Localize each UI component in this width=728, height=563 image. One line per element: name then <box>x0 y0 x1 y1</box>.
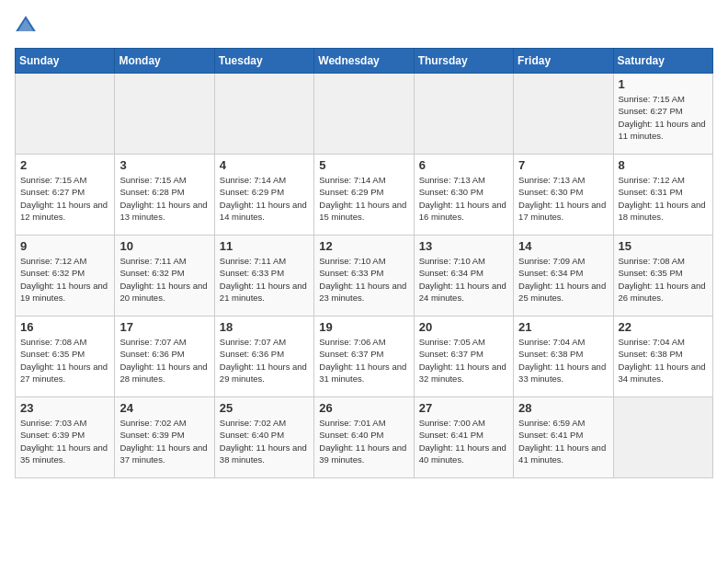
day-number: 11 <box>220 239 309 253</box>
day-number: 23 <box>20 401 109 415</box>
calendar-cell: 24Sunrise: 7:02 AM Sunset: 6:39 PM Dayli… <box>115 397 214 478</box>
day-number: 13 <box>419 239 508 253</box>
day-number: 7 <box>518 158 608 172</box>
calendar-cell: 28Sunrise: 6:59 AM Sunset: 6:41 PM Dayli… <box>514 397 613 478</box>
day-info: Sunrise: 7:08 AM Sunset: 6:35 PM Dayligh… <box>619 255 708 304</box>
day-number: 16 <box>20 320 109 334</box>
calendar-cell: 17Sunrise: 7:07 AM Sunset: 6:36 PM Dayli… <box>115 316 214 397</box>
day-info: Sunrise: 7:10 AM Sunset: 6:34 PM Dayligh… <box>419 255 508 304</box>
week-row-1: 2Sunrise: 7:15 AM Sunset: 6:27 PM Daylig… <box>16 155 713 236</box>
calendar-cell: 15Sunrise: 7:08 AM Sunset: 6:35 PM Dayli… <box>613 236 712 316</box>
day-number: 26 <box>319 401 408 415</box>
week-row-0: 1Sunrise: 7:15 AM Sunset: 6:27 PM Daylig… <box>16 74 713 155</box>
day-number: 12 <box>319 239 408 253</box>
calendar-cell: 13Sunrise: 7:10 AM Sunset: 6:34 PM Dayli… <box>414 236 513 316</box>
calendar-cell <box>514 74 613 155</box>
day-info: Sunrise: 7:04 AM Sunset: 6:38 PM Dayligh… <box>619 336 708 385</box>
day-info: Sunrise: 7:14 AM Sunset: 6:29 PM Dayligh… <box>319 174 408 223</box>
day-number: 10 <box>119 239 209 253</box>
day-info: Sunrise: 7:14 AM Sunset: 6:29 PM Dayligh… <box>220 174 309 223</box>
calendar-cell: 10Sunrise: 7:11 AM Sunset: 6:32 PM Dayli… <box>115 236 214 316</box>
calendar-cell <box>414 74 513 155</box>
calendar-cell: 23Sunrise: 7:03 AM Sunset: 6:39 PM Dayli… <box>16 397 115 478</box>
day-number: 19 <box>319 320 408 334</box>
calendar-cell: 1Sunrise: 7:15 AM Sunset: 6:27 PM Daylig… <box>613 74 712 155</box>
calendar-cell: 12Sunrise: 7:10 AM Sunset: 6:33 PM Dayli… <box>314 236 414 316</box>
calendar-cell: 19Sunrise: 7:06 AM Sunset: 6:37 PM Dayli… <box>314 316 414 397</box>
day-info: Sunrise: 7:13 AM Sunset: 6:30 PM Dayligh… <box>419 174 508 223</box>
day-info: Sunrise: 7:12 AM Sunset: 6:32 PM Dayligh… <box>20 255 109 304</box>
calendar-cell: 20Sunrise: 7:05 AM Sunset: 6:37 PM Dayli… <box>414 316 513 397</box>
header-day-wednesday: Wednesday <box>314 49 414 74</box>
day-number: 3 <box>119 158 209 172</box>
calendar-cell: 3Sunrise: 7:15 AM Sunset: 6:28 PM Daylig… <box>115 155 214 236</box>
header-day-monday: Monday <box>115 49 214 74</box>
day-number: 20 <box>419 320 508 334</box>
day-number: 27 <box>419 401 508 415</box>
calendar-cell <box>16 74 115 155</box>
day-number: 18 <box>220 320 309 334</box>
day-info: Sunrise: 7:00 AM Sunset: 6:41 PM Dayligh… <box>419 417 508 465</box>
day-number: 8 <box>619 158 708 172</box>
logo-icon <box>15 15 37 37</box>
day-info: Sunrise: 6:59 AM Sunset: 6:41 PM Dayligh… <box>518 417 608 465</box>
day-info: Sunrise: 7:03 AM Sunset: 6:39 PM Dayligh… <box>20 417 109 465</box>
day-info: Sunrise: 7:02 AM Sunset: 6:40 PM Dayligh… <box>220 417 309 465</box>
day-info: Sunrise: 7:15 AM Sunset: 6:27 PM Dayligh… <box>20 174 109 223</box>
day-info: Sunrise: 7:07 AM Sunset: 6:36 PM Dayligh… <box>119 336 209 385</box>
day-info: Sunrise: 7:15 AM Sunset: 6:27 PM Dayligh… <box>619 93 708 142</box>
calendar-header: SundayMondayTuesdayWednesdayThursdayFrid… <box>16 49 713 74</box>
calendar-cell: 25Sunrise: 7:02 AM Sunset: 6:40 PM Dayli… <box>214 397 313 478</box>
header-day-friday: Friday <box>514 49 613 74</box>
calendar-cell: 5Sunrise: 7:14 AM Sunset: 6:29 PM Daylig… <box>314 155 414 236</box>
calendar-cell: 14Sunrise: 7:09 AM Sunset: 6:34 PM Dayli… <box>514 236 613 316</box>
day-number: 4 <box>220 158 309 172</box>
calendar-body: 1Sunrise: 7:15 AM Sunset: 6:27 PM Daylig… <box>16 74 713 478</box>
header-day-sunday: Sunday <box>16 49 115 74</box>
calendar-cell: 7Sunrise: 7:13 AM Sunset: 6:30 PM Daylig… <box>514 155 613 236</box>
header-row: SundayMondayTuesdayWednesdayThursdayFrid… <box>16 49 713 74</box>
day-number: 15 <box>619 239 708 253</box>
day-info: Sunrise: 7:05 AM Sunset: 6:37 PM Dayligh… <box>419 336 508 385</box>
week-row-4: 23Sunrise: 7:03 AM Sunset: 6:39 PM Dayli… <box>16 397 713 478</box>
day-number: 28 <box>518 401 608 415</box>
day-number: 17 <box>119 320 209 334</box>
calendar-cell: 4Sunrise: 7:14 AM Sunset: 6:29 PM Daylig… <box>214 155 313 236</box>
calendar-cell <box>115 74 214 155</box>
calendar-cell: 21Sunrise: 7:04 AM Sunset: 6:38 PM Dayli… <box>514 316 613 397</box>
day-info: Sunrise: 7:02 AM Sunset: 6:39 PM Dayligh… <box>119 417 209 465</box>
calendar-cell: 6Sunrise: 7:13 AM Sunset: 6:30 PM Daylig… <box>414 155 513 236</box>
header-day-thursday: Thursday <box>414 49 513 74</box>
calendar-cell <box>214 74 313 155</box>
header-day-tuesday: Tuesday <box>214 49 313 74</box>
day-info: Sunrise: 7:10 AM Sunset: 6:33 PM Dayligh… <box>319 255 408 304</box>
day-info: Sunrise: 7:07 AM Sunset: 6:36 PM Dayligh… <box>220 336 309 385</box>
calendar-cell <box>314 74 414 155</box>
calendar-cell: 18Sunrise: 7:07 AM Sunset: 6:36 PM Dayli… <box>214 316 313 397</box>
day-info: Sunrise: 7:12 AM Sunset: 6:31 PM Dayligh… <box>619 174 708 223</box>
calendar-cell: 26Sunrise: 7:01 AM Sunset: 6:40 PM Dayli… <box>314 397 414 478</box>
day-number: 24 <box>119 401 209 415</box>
day-info: Sunrise: 7:01 AM Sunset: 6:40 PM Dayligh… <box>319 417 408 465</box>
calendar-cell: 8Sunrise: 7:12 AM Sunset: 6:31 PM Daylig… <box>613 155 712 236</box>
day-number: 9 <box>20 239 109 253</box>
header-day-saturday: Saturday <box>613 49 712 74</box>
day-info: Sunrise: 7:13 AM Sunset: 6:30 PM Dayligh… <box>518 174 608 223</box>
day-number: 14 <box>518 239 608 253</box>
header <box>15 15 713 37</box>
day-number: 1 <box>619 77 708 91</box>
calendar-cell: 22Sunrise: 7:04 AM Sunset: 6:38 PM Dayli… <box>613 316 712 397</box>
calendar-cell: 16Sunrise: 7:08 AM Sunset: 6:35 PM Dayli… <box>16 316 115 397</box>
day-info: Sunrise: 7:09 AM Sunset: 6:34 PM Dayligh… <box>518 255 608 304</box>
calendar-cell <box>613 397 712 478</box>
day-number: 25 <box>220 401 309 415</box>
calendar-table: SundayMondayTuesdayWednesdayThursdayFrid… <box>15 48 713 478</box>
day-info: Sunrise: 7:11 AM Sunset: 6:32 PM Dayligh… <box>119 255 209 304</box>
day-info: Sunrise: 7:04 AM Sunset: 6:38 PM Dayligh… <box>518 336 608 385</box>
logo <box>15 15 40 37</box>
day-info: Sunrise: 7:06 AM Sunset: 6:37 PM Dayligh… <box>319 336 408 385</box>
day-info: Sunrise: 7:11 AM Sunset: 6:33 PM Dayligh… <box>220 255 309 304</box>
day-info: Sunrise: 7:08 AM Sunset: 6:35 PM Dayligh… <box>20 336 109 385</box>
calendar-cell: 11Sunrise: 7:11 AM Sunset: 6:33 PM Dayli… <box>214 236 313 316</box>
day-info: Sunrise: 7:15 AM Sunset: 6:28 PM Dayligh… <box>119 174 209 223</box>
